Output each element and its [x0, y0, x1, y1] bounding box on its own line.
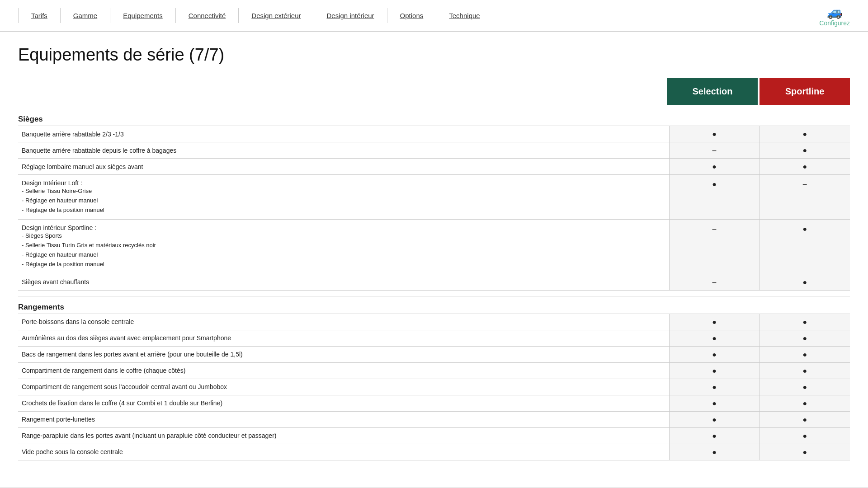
- bullet-icon: [802, 145, 807, 155]
- nav-equipements[interactable]: Equipements: [110, 8, 176, 23]
- nav-design-exterieur[interactable]: Design extérieur: [239, 8, 314, 23]
- top-navigation: Tarifs Gamme Equipements Connectivité De…: [0, 0, 868, 32]
- bullet-icon: [712, 366, 717, 375]
- row-sportline: [760, 379, 850, 395]
- table-row: Aumônières au dos des sièges avant avec …: [18, 330, 850, 346]
- row-desc: Vide poche sous la console centrale: [18, 444, 669, 460]
- table-row: Bacs de rangement dans les portes avant …: [18, 346, 850, 362]
- dash-icon: [712, 224, 717, 233]
- row-desc: Range-parapluie dans les portes avant (i…: [18, 427, 669, 444]
- row-desc: Compartiment de rangement dans le coffre…: [18, 362, 669, 379]
- table-row: Compartiment de rangement sous l'accoudo…: [18, 379, 850, 395]
- bullet-icon: [712, 382, 717, 391]
- row-sub-desc: - Sellerie Tissu Noire-Grise- Réglage en…: [22, 187, 665, 215]
- row-sportline: [760, 330, 850, 346]
- dash-icon: [803, 179, 807, 188]
- row-desc: Crochets de fixation dans le coffre (4 s…: [18, 395, 669, 411]
- bullet-icon: [712, 350, 717, 359]
- row-desc: Réglage lombaire manuel aux sièges avant: [18, 159, 669, 175]
- row-sportline: [760, 159, 850, 175]
- row-sportline: [760, 175, 850, 220]
- col-header-sportline: Sportline: [760, 78, 850, 105]
- table-row: Banquette arrière rabattable 2/3 -1/3: [18, 126, 850, 142]
- section-rangements-title: Rangements: [18, 296, 850, 314]
- table-row: Banquette arrière rabattable depuis le c…: [18, 142, 850, 159]
- bullet-icon: [802, 224, 807, 233]
- bullet-icon: [802, 162, 807, 171]
- table-row: Réglage lombaire manuel aux sièges avant: [18, 159, 850, 175]
- bullet-icon: [802, 350, 807, 359]
- table-row: Rangement porte-lunettes: [18, 411, 850, 427]
- spacer: [18, 290, 850, 296]
- rangements-table: Porte-boissons dans la console centrale …: [18, 314, 850, 460]
- row-main-desc: Design Intérieur Loft :: [22, 179, 82, 187]
- row-desc: Rangement porte-lunettes: [18, 411, 669, 427]
- row-selection: [669, 126, 760, 142]
- bullet-icon: [802, 333, 807, 343]
- bullet-icon: [802, 382, 807, 391]
- table-row: Vide poche sous la console centrale: [18, 444, 850, 460]
- bullet-icon: [802, 447, 807, 456]
- row-main-desc: Design intérieur Sportline :: [22, 224, 96, 231]
- configurez-button[interactable]: 🚙 Configurez: [819, 5, 850, 27]
- page-title: Equipements de série (7/7): [18, 45, 850, 65]
- table-row: Porte-boissons dans la console centrale: [18, 314, 850, 330]
- nav-design-interieur[interactable]: Design intérieur: [314, 8, 387, 23]
- dash-icon: [712, 145, 717, 155]
- row-selection: [669, 362, 760, 379]
- bullet-icon: [712, 415, 717, 424]
- col-header-selection: Selection: [667, 78, 758, 105]
- row-desc: Bacs de rangement dans les portes avant …: [18, 346, 669, 362]
- row-selection: [669, 274, 760, 290]
- row-sportline: [760, 314, 850, 330]
- bullet-icon: [802, 317, 807, 326]
- nav-options[interactable]: Options: [387, 8, 437, 23]
- row-sportline: [760, 142, 850, 159]
- row-sportline: [760, 411, 850, 427]
- bullet-icon: [712, 447, 717, 456]
- row-selection: [669, 379, 760, 395]
- row-selection: [669, 346, 760, 362]
- row-selection: [669, 314, 760, 330]
- row-selection: [669, 175, 760, 220]
- row-desc: Design intérieur Sportline : - Sièges Sp…: [18, 220, 669, 274]
- row-sportline: [760, 346, 850, 362]
- row-desc: Banquette arrière rabattable depuis le c…: [18, 142, 669, 159]
- row-sportline: [760, 274, 850, 290]
- bullet-icon: [712, 129, 717, 138]
- bullet-icon: [802, 415, 807, 424]
- table-row: Range-parapluie dans les portes avant (i…: [18, 427, 850, 444]
- row-selection: [669, 395, 760, 411]
- bullet-icon: [712, 431, 717, 440]
- row-sportline: [760, 220, 850, 274]
- car-icon: 🚙: [827, 5, 843, 19]
- bullet-icon: [712, 179, 717, 188]
- row-selection: [669, 411, 760, 427]
- nav-technique[interactable]: Technique: [436, 8, 493, 23]
- row-sportline: [760, 444, 850, 460]
- main-content: Equipements de série (7/7) Selection Spo…: [0, 32, 868, 479]
- bullet-icon: [802, 277, 807, 286]
- nav-gamme[interactable]: Gamme: [61, 8, 110, 23]
- bullet-icon: [802, 129, 807, 138]
- spacer-row: [18, 290, 850, 296]
- row-sportline: [760, 395, 850, 411]
- row-selection: [669, 159, 760, 175]
- nav-tarifs[interactable]: Tarifs: [18, 8, 61, 23]
- dash-icon: [712, 277, 717, 286]
- configurez-label: Configurez: [819, 19, 850, 27]
- table-row: Crochets de fixation dans le coffre (4 s…: [18, 395, 850, 411]
- row-selection: [669, 444, 760, 460]
- row-sportline: [760, 362, 850, 379]
- bullet-icon: [802, 399, 807, 408]
- row-selection: [669, 427, 760, 444]
- row-desc: Porte-boissons dans la console centrale: [18, 314, 669, 330]
- row-desc: Banquette arrière rabattable 2/3 -1/3: [18, 126, 669, 142]
- bullet-icon: [712, 162, 717, 171]
- section-sieges-title: Sièges: [18, 108, 850, 126]
- nav-connectivite[interactable]: Connectivité: [176, 8, 239, 23]
- bullet-icon: [712, 399, 717, 408]
- row-desc: Aumônières au dos des sièges avant avec …: [18, 330, 669, 346]
- row-selection: [669, 142, 760, 159]
- row-desc: Design Intérieur Loft : - Sellerie Tissu…: [18, 175, 669, 220]
